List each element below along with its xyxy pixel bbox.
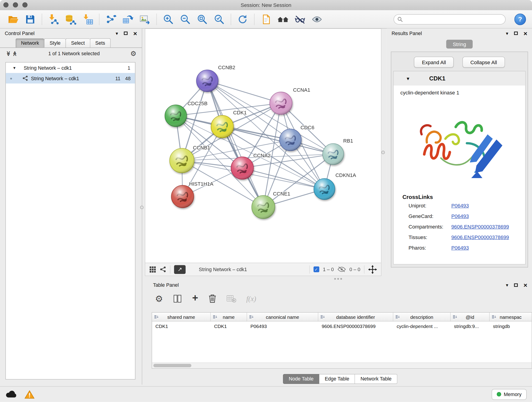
tab-node-table[interactable]: Node Table xyxy=(283,374,319,384)
cell-namespace[interactable]: stringdb xyxy=(490,321,532,331)
show-columns-icon[interactable] xyxy=(173,294,182,303)
network-node-CCNE1[interactable] xyxy=(252,196,275,219)
delete-table-icon[interactable] xyxy=(227,294,236,303)
open-session-button[interactable] xyxy=(5,12,22,27)
clone-network-button[interactable] xyxy=(119,12,136,27)
import-table-button[interactable] xyxy=(79,12,96,27)
open-network-in-window-button[interactable]: ↗ xyxy=(174,265,186,274)
cell-canonical-name[interactable]: P06493 xyxy=(247,321,318,331)
column-header[interactable]: description xyxy=(393,313,450,322)
tab-network-table[interactable]: Network Table xyxy=(355,374,398,384)
collapse-all-tree-icon[interactable]: ≫ xyxy=(6,51,11,57)
string-tab-badge[interactable]: String xyxy=(446,40,473,49)
import-network-file-button[interactable] xyxy=(45,12,62,27)
zoom-out-button[interactable] xyxy=(177,12,194,27)
save-session-button[interactable] xyxy=(22,12,39,27)
expand-all-tree-icon[interactable]: ≫ xyxy=(12,51,17,57)
zoom-in-button[interactable] xyxy=(160,12,177,27)
network-collection-row[interactable]: ▼ String Network – cdk1 1 xyxy=(6,63,135,73)
cell-shared-name[interactable]: CDK1 xyxy=(152,321,210,331)
network-node-CCNB2[interactable] xyxy=(196,70,218,92)
pan-crosshair-icon[interactable] xyxy=(368,265,377,274)
cell-id[interactable]: stringdb:9... xyxy=(451,321,490,331)
import-network-database-button[interactable] xyxy=(62,12,79,27)
delete-column-trash-icon[interactable] xyxy=(208,294,216,303)
right-splitter-grip[interactable] xyxy=(381,151,385,154)
pharos-link[interactable]: P06493 xyxy=(451,245,469,250)
network-node-CDK1[interactable] xyxy=(211,115,234,138)
table-row[interactable]: CDK1 CDK1 P06493 9606.ENSP00000378699 cy… xyxy=(152,321,532,331)
panel-float-icon[interactable] xyxy=(514,283,518,287)
horizontal-splitter-grip[interactable] xyxy=(334,278,343,280)
table-import-icon xyxy=(82,13,93,25)
tab-select[interactable]: Select xyxy=(65,38,90,47)
network-edge[interactable] xyxy=(207,81,281,103)
tab-sets[interactable]: Sets xyxy=(90,38,110,47)
tab-network[interactable]: Network xyxy=(16,38,44,47)
panel-close-icon[interactable]: × xyxy=(524,282,527,288)
scrollbar-thumb[interactable] xyxy=(153,364,191,367)
network-node-CCNB1[interactable] xyxy=(170,148,194,173)
column-header[interactable]: @id xyxy=(451,313,490,322)
grid-view-icon[interactable] xyxy=(149,266,156,273)
help-button[interactable]: ? xyxy=(514,13,526,25)
column-header[interactable]: name xyxy=(211,313,247,322)
network-node-RB1[interactable] xyxy=(323,143,344,165)
network-node-CDC25B[interactable] xyxy=(165,105,187,127)
network-node-CCNA2[interactable] xyxy=(231,157,254,179)
collapse-all-button[interactable]: Collapse All xyxy=(462,57,505,67)
network-canvas[interactable]: CCNB2CCNA1CDC25BCDK1CDC6RB1CCNB1CCNA2CDK… xyxy=(145,29,381,263)
add-column-plus-icon[interactable]: + xyxy=(192,293,198,303)
apply-layout-button[interactable] xyxy=(234,12,251,27)
uniprot-link[interactable]: P06493 xyxy=(451,203,469,208)
cell-description[interactable]: cyclin-dependent ... xyxy=(393,321,450,331)
tab-edge-table[interactable]: Edge Table xyxy=(319,374,355,384)
panel-close-icon[interactable]: × xyxy=(524,30,527,36)
network-icon[interactable] xyxy=(160,266,166,273)
panel-close-icon[interactable]: × xyxy=(133,30,137,36)
network-options-gear-icon[interactable]: ⚙ xyxy=(130,50,137,57)
network-node-CDKN1A[interactable] xyxy=(314,179,335,200)
tissues-link[interactable]: 9606.ENSP00000378699 xyxy=(451,234,509,240)
network-node-HIST1H1A[interactable] xyxy=(171,185,194,208)
cell-database-identifier[interactable]: 9606.ENSP00000378699 xyxy=(318,321,393,331)
new-network-button[interactable] xyxy=(102,12,119,27)
homes-button[interactable] xyxy=(274,12,291,27)
compartments-link[interactable]: 9606.ENSP00000378699 xyxy=(451,224,509,230)
search-input[interactable] xyxy=(405,16,502,22)
function-builder-icon[interactable]: f(x) xyxy=(246,294,256,303)
column-header[interactable]: shared name xyxy=(152,313,210,322)
section-expand-icon[interactable]: ▼ xyxy=(406,76,410,81)
cloud-icon[interactable] xyxy=(6,390,17,398)
expand-all-button[interactable]: Expand All xyxy=(414,57,454,67)
left-splitter-grip[interactable] xyxy=(140,206,144,209)
gene-section-header[interactable]: ▼ CDK1 xyxy=(394,71,525,85)
panel-menu-chevron-icon[interactable]: ▾ xyxy=(506,283,508,288)
show-eye-button[interactable] xyxy=(308,12,325,27)
export-image-button[interactable] xyxy=(136,12,153,27)
column-header[interactable]: namespac xyxy=(490,313,532,322)
panel-float-icon[interactable] xyxy=(514,32,518,35)
panel-menu-chevron-icon[interactable]: ▾ xyxy=(506,31,508,36)
network-node-CDC6[interactable] xyxy=(279,129,301,151)
hide-glasses-button[interactable] xyxy=(291,12,308,27)
network-row-selected[interactable]: ● String Network – cdk1 11 48 xyxy=(6,73,135,83)
table-options-gear-icon[interactable]: ⚙ xyxy=(155,294,163,303)
network-edge[interactable] xyxy=(207,81,263,207)
tab-style[interactable]: Style xyxy=(44,38,66,47)
panel-float-icon[interactable] xyxy=(124,32,127,35)
cell-name[interactable]: CDK1 xyxy=(211,321,247,331)
warning-icon[interactable] xyxy=(25,390,35,399)
network-node-CCNA1[interactable] xyxy=(270,92,292,114)
copy-document-button[interactable] xyxy=(258,12,274,27)
panel-menu-chevron-icon[interactable]: ▾ xyxy=(116,31,118,36)
horizontal-scrollbar[interactable] xyxy=(152,363,532,368)
column-header[interactable]: database identifier xyxy=(318,313,393,322)
column-header[interactable]: canonical name xyxy=(247,313,318,322)
memory-button[interactable]: Memory xyxy=(491,389,526,400)
selected-checkbox-icon[interactable]: ✓ xyxy=(313,267,319,272)
genecard-link[interactable]: P06493 xyxy=(451,213,469,219)
zoom-fit-button[interactable] xyxy=(194,12,211,27)
zoom-selected-button[interactable] xyxy=(211,12,228,27)
tree-expand-icon[interactable]: ▼ xyxy=(13,66,16,70)
